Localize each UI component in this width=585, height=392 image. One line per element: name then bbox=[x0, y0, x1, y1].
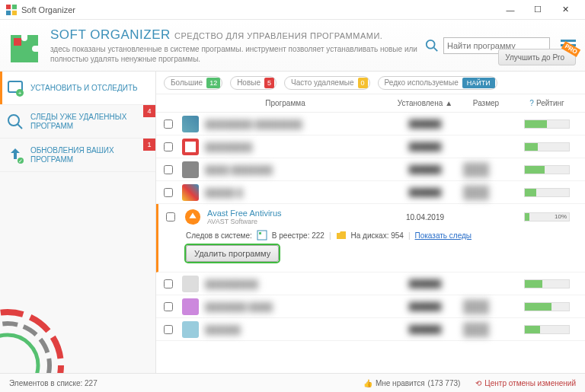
badge: 4 bbox=[143, 105, 155, 117]
search-icon bbox=[425, 39, 439, 53]
folder-icon bbox=[336, 230, 347, 241]
avast-icon bbox=[184, 209, 201, 225]
svg-point-10 bbox=[8, 115, 19, 126]
titlebar: Soft Organizer — ☐ ✕ bbox=[0, 0, 585, 20]
sidebar-item-install[interactable]: + УСТАНОВИТЬ И ОТСЛЕДИТЬ bbox=[0, 72, 155, 105]
svg-rect-2 bbox=[6, 10, 11, 14]
svg-rect-19 bbox=[259, 232, 261, 234]
list-item[interactable]: ███████ █████████████ bbox=[156, 295, 585, 318]
row-checkbox[interactable] bbox=[164, 165, 173, 174]
svg-point-16 bbox=[0, 335, 38, 373]
maximize-button[interactable]: ☐ bbox=[524, 1, 551, 19]
window-title: Soft Organizer bbox=[21, 5, 497, 14]
col-rating[interactable]: ?Рейтинг bbox=[509, 99, 585, 107]
filter-rarely-used[interactable]: Редко используемыеНАЙТИ bbox=[378, 76, 497, 90]
app-name-cell: Avast Free Antivirus AVAST Software bbox=[207, 209, 387, 225]
list-item[interactable]: ███████████████ bbox=[156, 272, 585, 295]
minimize-button[interactable]: — bbox=[497, 1, 524, 19]
list-item[interactable]: ███████████████ bbox=[156, 318, 585, 341]
row-checkbox[interactable] bbox=[164, 188, 173, 197]
header: SOFT ORGANIZER СРЕДСТВО ДЛЯ УПРАВЛЕНИЯ П… bbox=[0, 20, 585, 72]
filter-often-removed[interactable]: Часто удаляемые0 bbox=[284, 76, 370, 90]
svg-text:✓: ✓ bbox=[18, 158, 23, 164]
filter-bar: Большие12 Новые5 Часто удаляемые0 Редко … bbox=[156, 72, 585, 94]
like-button[interactable]: 👍 Мне нравится (173 773) bbox=[363, 379, 460, 387]
status-bar: Элементов в списке: 227 👍 Мне нравится (… bbox=[0, 373, 585, 392]
app-title: SOFT ORGANIZER bbox=[50, 27, 171, 42]
thumbs-up-icon: 👍 bbox=[363, 379, 372, 387]
col-installed[interactable]: Установлена▲ bbox=[387, 99, 463, 107]
install-icon: + bbox=[6, 79, 24, 97]
sidebar-item-traces[interactable]: СЛЕДЫ УЖЕ УДАЛЕННЫХ ПРОГРАММ 4 bbox=[0, 105, 155, 139]
row-checkbox[interactable] bbox=[164, 120, 173, 129]
filter-new[interactable]: Новые5 bbox=[230, 76, 277, 90]
row-checkbox[interactable] bbox=[164, 279, 173, 288]
col-size[interactable]: Размер bbox=[463, 99, 509, 107]
filter-big[interactable]: Большие12 bbox=[164, 76, 222, 90]
help-icon: ? bbox=[529, 99, 534, 107]
decor-arcs bbox=[0, 274, 99, 373]
row-checkbox[interactable] bbox=[164, 325, 173, 334]
installed-date: 10.04.2019 bbox=[387, 213, 463, 221]
undo-center-button[interactable]: ⟲ Центр отмены изменений bbox=[475, 379, 576, 387]
svg-point-5 bbox=[427, 40, 435, 48]
undo-icon: ⟲ bbox=[475, 379, 481, 387]
svg-line-11 bbox=[18, 124, 22, 129]
list-item[interactable]: ████████ ██████████████ bbox=[156, 113, 585, 135]
puzzle-icon bbox=[6, 27, 43, 64]
svg-rect-0 bbox=[6, 5, 11, 9]
sidebar: + УСТАНОВИТЬ И ОТСЛЕДИТЬ СЛЕДЫ УЖЕ УДАЛЕ… bbox=[0, 72, 156, 373]
updates-icon: ✓ bbox=[6, 146, 24, 164]
list-header: Программа Установлена▲ Размер ?Рейтинг bbox=[156, 94, 585, 113]
svg-rect-18 bbox=[257, 231, 267, 240]
status-count: Элементов в списке: 227 bbox=[9, 379, 348, 387]
close-button[interactable]: ✕ bbox=[551, 1, 579, 19]
program-list: ████████ ██████████████ ██████████████ █… bbox=[156, 113, 585, 373]
show-traces-link[interactable]: Показать следы bbox=[415, 231, 472, 240]
list-item-selected[interactable]: Avast Free Antivirus AVAST Software 10.0… bbox=[156, 204, 585, 272]
upgrade-button[interactable]: Улучшить до Pro bbox=[498, 49, 576, 65]
list-item[interactable]: █████ ██████████ bbox=[156, 181, 585, 204]
sidebar-label: СЛЕДЫ УЖЕ УДАЛЕННЫХ ПРОГРАММ bbox=[30, 113, 149, 131]
svg-text:+: + bbox=[18, 90, 22, 97]
col-program[interactable]: Программа bbox=[184, 99, 387, 107]
selected-details: Следов в системе: В реестре: 222 | На ди… bbox=[166, 225, 585, 262]
svg-line-6 bbox=[434, 47, 438, 50]
sidebar-label: УСТАНОВИТЬ И ОТСЛЕДИТЬ bbox=[30, 84, 138, 93]
app-description: здесь показаны установленные в системе п… bbox=[50, 44, 425, 64]
app-logo-icon bbox=[6, 5, 17, 15]
row-checkbox[interactable] bbox=[166, 212, 175, 221]
app-subtitle: СРЕДСТВО ДЛЯ УПРАВЛЕНИЯ ПРОГРАММАМИ. bbox=[174, 31, 382, 40]
uninstall-button[interactable]: Удалить программу bbox=[186, 245, 279, 262]
svg-point-15 bbox=[0, 323, 50, 373]
sidebar-label: ОБНОВЛЕНИЯ ВАШИХ ПРОГРАММ bbox=[30, 146, 149, 164]
sort-icon: ▲ bbox=[445, 99, 452, 107]
traces-icon bbox=[6, 113, 24, 131]
row-checkbox[interactable] bbox=[164, 142, 173, 151]
svg-rect-3 bbox=[12, 10, 17, 14]
row-checkbox[interactable] bbox=[164, 302, 173, 311]
registry-icon bbox=[257, 230, 267, 241]
svg-rect-1 bbox=[12, 5, 17, 9]
sidebar-item-updates[interactable]: ✓ ОБНОВЛЕНИЯ ВАШИХ ПРОГРАММ 1 bbox=[0, 139, 155, 172]
svg-rect-4 bbox=[14, 38, 21, 46]
rating-bar: 10% bbox=[524, 212, 570, 221]
list-item[interactable]: ████ ████████████████ bbox=[156, 158, 585, 181]
list-item[interactable]: ██████████████ bbox=[156, 135, 585, 158]
badge: 1 bbox=[143, 139, 155, 151]
